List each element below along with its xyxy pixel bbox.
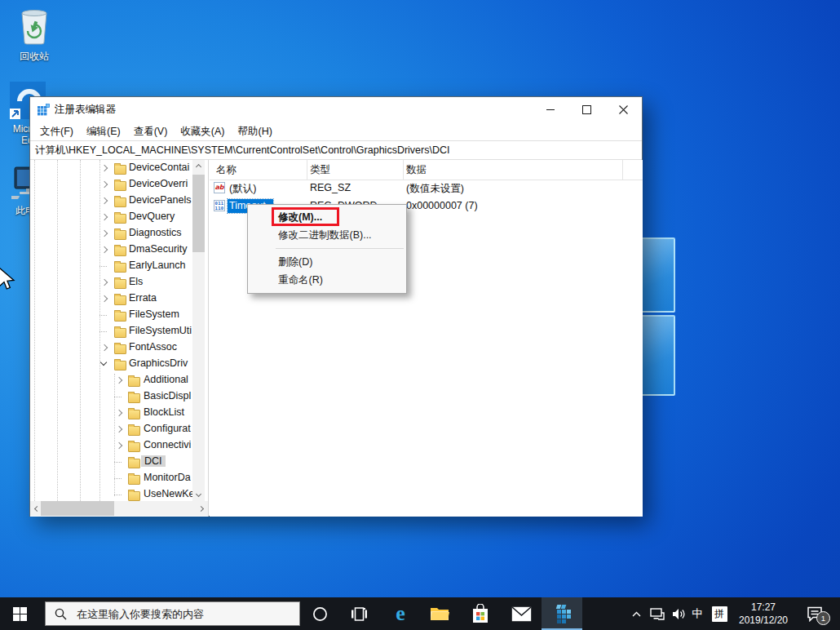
tree-item-GraphicsDriv[interactable]: GraphicsDriv xyxy=(30,356,209,372)
scroll-right-icon[interactable] xyxy=(198,506,204,512)
values-list-header[interactable]: 名称类型数据 xyxy=(210,160,643,180)
task-view-button[interactable] xyxy=(343,597,375,630)
tray-ime-language-button[interactable]: 中 xyxy=(688,597,706,630)
column-divider[interactable] xyxy=(622,160,623,180)
search-input[interactable] xyxy=(75,607,282,621)
mouse-cursor xyxy=(0,267,15,291)
menubar-item[interactable]: 帮助(H) xyxy=(231,123,278,140)
tray-ime-mode-button[interactable]: 拼 xyxy=(709,597,730,630)
tree-item-BasicDispl[interactable]: BasicDispl xyxy=(30,388,209,405)
desktop-icon-label: 回收站 xyxy=(0,50,69,64)
taskbar-store-button[interactable] xyxy=(463,597,497,630)
chevron-right-icon[interactable] xyxy=(116,410,122,416)
tree-item-DevQuery[interactable]: DevQuery xyxy=(30,209,209,225)
tree-item-UseNewKe[interactable]: UseNewKe xyxy=(30,486,209,503)
tree-item-Additional[interactable]: Additional xyxy=(30,372,209,388)
tray-volume-button[interactable] xyxy=(668,597,689,630)
context-menu-item-修改(M)...[interactable]: 修改(M)... xyxy=(248,208,406,226)
tree-item-DeviceContai[interactable]: DeviceContai xyxy=(30,160,209,176)
scrollbar-thumb[interactable] xyxy=(41,501,114,516)
column-header-类型[interactable]: 类型 xyxy=(310,163,330,177)
column-divider[interactable] xyxy=(307,160,307,180)
tray-clock[interactable]: 17:27 2019/12/20 xyxy=(732,597,794,630)
folder-icon xyxy=(128,426,140,436)
taskbar-mail-button[interactable] xyxy=(504,597,538,630)
context-menu-item-重命名(R)[interactable]: 重命名(R) xyxy=(248,271,406,289)
column-header-数据[interactable]: 数据 xyxy=(406,163,427,177)
chevron-right-icon[interactable] xyxy=(116,426,122,433)
column-header-名称[interactable]: 名称 xyxy=(216,163,237,177)
value-data: 0x00000007 (7) xyxy=(406,200,478,211)
tree-branch-stub xyxy=(114,397,122,397)
scrollbar-thumb[interactable] xyxy=(192,175,205,252)
taskbar-file-explorer-button[interactable] xyxy=(422,597,457,630)
tray-network-button[interactable] xyxy=(647,597,668,630)
tree-item-FileSystem[interactable]: FileSystem xyxy=(30,307,209,323)
folder-icon xyxy=(128,491,140,501)
menubar-item[interactable]: 文件(F) xyxy=(33,123,80,140)
tree-branch-stub xyxy=(114,495,122,495)
chevron-right-icon[interactable] xyxy=(101,197,108,204)
chevron-right-icon[interactable] xyxy=(101,214,108,220)
context-menu-item-删除(D)[interactable]: 删除(D) xyxy=(248,253,406,271)
tree-item-Diagnostics[interactable]: Diagnostics xyxy=(30,225,209,242)
tree-item-EarlyLaunch[interactable]: EarlyLaunch xyxy=(30,258,209,274)
taskbar-search-box[interactable] xyxy=(45,601,300,626)
cortana-button[interactable] xyxy=(303,597,336,630)
chevron-right-icon[interactable] xyxy=(101,181,108,188)
tree-vertical-scrollbar[interactable] xyxy=(192,160,205,501)
scroll-left-icon[interactable] xyxy=(34,506,40,512)
menubar-item[interactable]: 编辑(E) xyxy=(80,123,127,140)
chevron-right-icon[interactable] xyxy=(116,442,122,449)
tree-item-DeviceOverri[interactable]: DeviceOverri xyxy=(30,176,209,193)
value-row-(默认)[interactable]: ab(默认)REG_SZ(数值未设置) xyxy=(210,180,643,197)
tree-item-FontAssoc[interactable]: FontAssoc xyxy=(30,339,209,356)
chevron-right-icon[interactable] xyxy=(101,344,108,351)
window-title: 注册表编辑器 xyxy=(55,103,532,117)
context-menu-item-修改二进制数据(B)...[interactable]: 修改二进制数据(B)... xyxy=(248,226,406,244)
taskbar-edge-button[interactable]: e xyxy=(383,597,418,630)
menubar-item[interactable]: 查看(V) xyxy=(127,123,175,140)
action-center-button[interactable]: 1 xyxy=(798,597,832,630)
close-button[interactable] xyxy=(605,97,642,122)
tree-item-DmaSecurity[interactable]: DmaSecurity xyxy=(30,242,209,258)
menubar-item[interactable]: 收藏夹(A) xyxy=(174,123,231,140)
chevron-right-icon[interactable] xyxy=(101,279,108,286)
start-button[interactable] xyxy=(0,597,39,630)
scroll-down-icon[interactable] xyxy=(196,491,201,497)
chevron-up-icon xyxy=(632,611,641,617)
tree-item-Els[interactable]: Els xyxy=(30,274,209,291)
chevron-right-icon[interactable] xyxy=(101,230,108,237)
title-bar[interactable]: 注册表编辑器 xyxy=(30,97,642,122)
chevron-right-icon[interactable] xyxy=(101,246,108,253)
tree-item-label: DCI xyxy=(141,455,166,467)
scroll-up-icon[interactable] xyxy=(196,164,201,170)
tree-item-DevicePanels[interactable]: DevicePanels xyxy=(30,193,209,209)
tree-horizontal-scrollbar[interactable] xyxy=(30,501,208,516)
tree-item-Errata[interactable]: Errata xyxy=(30,291,209,307)
notification-badge: 1 xyxy=(816,611,830,625)
chevron-right-icon[interactable] xyxy=(101,295,108,302)
tree-item-MonitorDa[interactable]: MonitorDa xyxy=(30,470,209,486)
tree-item-label: DevicePanels xyxy=(129,194,191,206)
maximize-button[interactable] xyxy=(568,97,605,122)
tree-item-DCI[interactable]: DCI xyxy=(30,454,209,470)
column-divider[interactable] xyxy=(403,160,404,180)
chevron-right-icon[interactable] xyxy=(116,377,122,384)
minimize-button[interactable] xyxy=(532,97,568,122)
tree-item-FileSystemUti[interactable]: FileSystemUti xyxy=(30,323,209,339)
tree-item-label: Errata xyxy=(129,292,157,304)
tree-item-label: FontAssoc xyxy=(129,341,177,353)
tree-item-Connectivi[interactable]: Connectivi xyxy=(30,437,209,454)
folder-icon xyxy=(114,181,126,191)
tree-item-Configurat[interactable]: Configurat xyxy=(30,421,209,437)
chevron-down-icon[interactable] xyxy=(100,359,107,366)
tree-item-label: DmaSecurity xyxy=(129,243,188,255)
chevron-right-icon[interactable] xyxy=(101,165,108,171)
taskbar-registry-editor-button[interactable] xyxy=(542,597,582,630)
tree-item-BlockList[interactable]: BlockList xyxy=(30,405,209,421)
desktop-icon-recycle-bin[interactable]: 回收站 xyxy=(0,5,69,64)
svg-text:e: e xyxy=(396,603,405,624)
address-bar[interactable]: 计算机\HKEY_LOCAL_MACHINE\SYSTEM\CurrentCon… xyxy=(30,140,642,160)
tray-show-hidden-icons-button[interactable] xyxy=(626,597,646,630)
